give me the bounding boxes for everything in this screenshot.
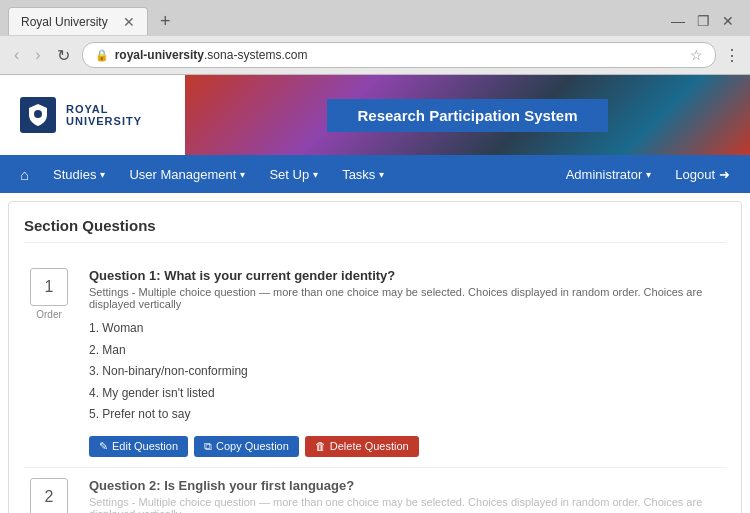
logout-icon: ➜: [719, 167, 730, 182]
copy-icon: ⧉: [204, 440, 212, 453]
lock-icon: 🔒: [95, 49, 109, 62]
delete-question-1-button[interactable]: 🗑 Delete Question: [305, 436, 419, 457]
choice-item: 4. My gender isn't listed: [89, 383, 726, 405]
maximize-button[interactable]: ❐: [697, 13, 710, 29]
minimize-button[interactable]: —: [671, 13, 685, 29]
nav-studies[interactable]: Studies ▾: [41, 159, 117, 190]
question-1-order-box: 1: [30, 268, 68, 306]
tab-close-button[interactable]: ✕: [123, 15, 135, 29]
copy-question-1-button[interactable]: ⧉ Copy Question: [194, 436, 299, 457]
tasks-dropdown-icon: ▾: [379, 169, 384, 180]
nav-administrator[interactable]: Administrator ▾: [554, 159, 664, 190]
question-1-settings: Settings - Multiple choice question — mo…: [89, 286, 726, 310]
order-label-1: Order: [36, 309, 62, 320]
choice-item: 2. Man: [89, 340, 726, 362]
new-tab-button[interactable]: +: [154, 9, 177, 34]
nav-user-management[interactable]: User Management ▾: [117, 159, 257, 190]
question-1-actions: ✎ Edit Question ⧉ Copy Question 🗑 Delete…: [89, 436, 726, 457]
nav-tasks[interactable]: Tasks ▾: [330, 159, 396, 190]
logo-shield-icon: [20, 97, 56, 133]
section-title: Section Questions: [24, 217, 726, 243]
nav-right: Administrator ▾ Logout ➜: [554, 159, 742, 190]
question-1-order: 1 Order: [24, 268, 74, 457]
setup-dropdown-icon: ▾: [313, 169, 318, 180]
edit-question-1-button[interactable]: ✎ Edit Question: [89, 436, 188, 457]
site-header: ROYAL UNIVERSITY Research Participation …: [0, 75, 750, 155]
admin-dropdown-icon: ▾: [646, 169, 651, 180]
content-area: Section Questions 1 Order Question 1: Wh…: [8, 201, 742, 513]
active-tab[interactable]: Royal University ✕: [8, 7, 148, 35]
address-bar: ‹ › ↻ 🔒 royal-university.sona-systems.co…: [0, 36, 750, 74]
browser-chrome: Royal University ✕ + — ❐ ✕ ‹ › ↻ 🔒 royal…: [0, 0, 750, 75]
choice-item: 1. Woman: [89, 318, 726, 340]
question-1-title: Question 1: What is your current gender …: [89, 268, 726, 283]
studies-dropdown-icon: ▾: [100, 169, 105, 180]
url-suffix: .sona-systems.com: [204, 48, 307, 62]
window-controls: — ❐ ✕: [671, 13, 742, 29]
main-navigation: ⌂ Studies ▾ User Management ▾ Set Up ▾ T…: [0, 155, 750, 193]
banner-area: Research Participation System: [185, 75, 750, 155]
back-button[interactable]: ‹: [10, 44, 23, 66]
home-nav-button[interactable]: ⌂: [8, 158, 41, 191]
refresh-button[interactable]: ↻: [53, 44, 74, 67]
question-2-title: Question 2: Is English your first langua…: [89, 478, 726, 493]
page-content: ROYAL UNIVERSITY Research Participation …: [0, 75, 750, 513]
nav-logout[interactable]: Logout ➜: [663, 159, 742, 190]
svg-point-0: [34, 110, 42, 118]
url-bar[interactable]: 🔒 royal-university.sona-systems.com ☆: [82, 42, 716, 68]
question-2-content: Question 2: Is English your first langua…: [89, 478, 726, 513]
trash-icon: 🗑: [315, 440, 326, 452]
nav-setup[interactable]: Set Up ▾: [257, 159, 330, 190]
url-domain: royal-university: [115, 48, 204, 62]
question-1-choices: 1. Woman 2. Man 3. Non-binary/non-confor…: [89, 318, 726, 426]
shield-svg: [28, 103, 48, 127]
question-1-content: Question 1: What is your current gender …: [89, 268, 726, 457]
forward-button[interactable]: ›: [31, 44, 44, 66]
tab-title: Royal University: [21, 15, 115, 29]
choice-item: 5. Prefer not to say: [89, 404, 726, 426]
browser-menu-button[interactable]: ⋮: [724, 46, 740, 65]
question-2-order: 2 Order: [24, 478, 74, 513]
logo-area: ROYAL UNIVERSITY: [0, 75, 185, 155]
question-2-settings: Settings - Multiple choice question — mo…: [89, 496, 726, 513]
bookmark-icon[interactable]: ☆: [690, 47, 703, 63]
choice-item: 3. Non-binary/non-conforming: [89, 361, 726, 383]
question-1-block: 1 Order Question 1: What is your current…: [24, 258, 726, 468]
question-2-block: 2 Order Question 2: Is English your firs…: [24, 468, 726, 513]
user-mgmt-dropdown-icon: ▾: [240, 169, 245, 180]
logo-text: ROYAL UNIVERSITY: [66, 103, 165, 127]
close-window-button[interactable]: ✕: [722, 13, 734, 29]
banner-title: Research Participation System: [327, 99, 607, 132]
url-text: royal-university.sona-systems.com: [115, 48, 308, 62]
question-2-order-box: 2: [30, 478, 68, 513]
pencil-icon: ✎: [99, 440, 108, 453]
tab-bar: Royal University ✕ + — ❐ ✕: [0, 0, 750, 36]
